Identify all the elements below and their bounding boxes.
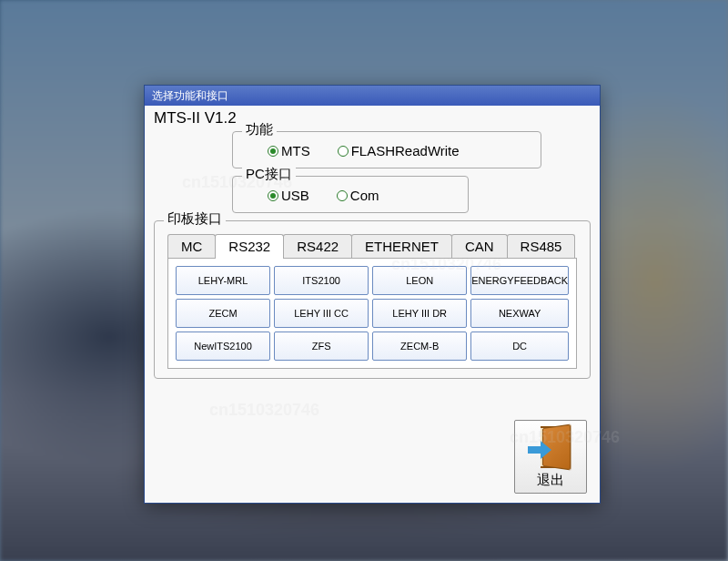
device-button[interactable]: ZFS: [274, 332, 369, 361]
pc-radio-row: USB Com: [246, 184, 455, 203]
exit-door-icon: [526, 426, 575, 470]
device-grid: LEHY-MRL ITS2100 LEON ENERGYFEEDBACK ZEC…: [176, 266, 569, 361]
tab-can[interactable]: CAN: [451, 234, 508, 258]
radio-com[interactable]: Com: [337, 188, 379, 203]
tab-rs485[interactable]: RS485: [507, 234, 576, 258]
radio-label: USB: [281, 188, 309, 203]
app-title: MTS-II V1.2: [154, 109, 591, 128]
function-group: 功能 MTS FLASHReadWrite: [232, 131, 541, 168]
window-content: MTS-II V1.2 功能 MTS FLASHReadWrite PC接口 U…: [145, 106, 600, 503]
device-button[interactable]: ZECM: [176, 299, 270, 328]
device-button[interactable]: NewITS2100: [176, 332, 270, 361]
radio-icon: [338, 146, 349, 157]
device-button[interactable]: NEXWAY: [470, 299, 569, 328]
device-button[interactable]: LEON: [372, 266, 467, 295]
device-button[interactable]: DC: [470, 332, 569, 361]
radio-label: MTS: [281, 143, 310, 158]
function-radio-row: MTS FLASHReadWrite: [246, 139, 528, 158]
tab-panel: LEHY-MRL ITS2100 LEON ENERGYFEEDBACK ZEC…: [167, 258, 577, 369]
device-button[interactable]: LEHY III DR: [372, 299, 467, 328]
tab-rs232[interactable]: RS232: [215, 234, 284, 259]
radio-usb[interactable]: USB: [268, 188, 309, 203]
tab-strip: MC RS232 RS422 ETHERNET CAN RS485: [167, 234, 577, 258]
radio-icon: [337, 190, 348, 201]
pc-legend: PC接口: [242, 166, 296, 183]
board-interface-group: 印板接口 MC RS232 RS422 ETHERNET CAN RS485 L…: [154, 220, 591, 379]
exit-label: 退出: [519, 472, 582, 489]
radio-icon: [268, 146, 278, 157]
exit-button[interactable]: 退出: [514, 420, 587, 494]
radio-icon: [268, 190, 278, 201]
device-button[interactable]: ZECM-B: [372, 332, 467, 361]
window-title: 选择功能和接口: [152, 89, 228, 102]
board-legend: 印板接口: [164, 210, 226, 228]
radio-label: Com: [350, 188, 379, 203]
tab-ethernet[interactable]: ETHERNET: [351, 234, 452, 258]
radio-flashreadwrite[interactable]: FLASHReadWrite: [338, 143, 460, 158]
device-button[interactable]: LEHY III CC: [274, 299, 369, 328]
radio-label: FLASHReadWrite: [351, 143, 460, 158]
device-button[interactable]: ITS2100: [274, 266, 369, 295]
dialog-window: 选择功能和接口 MTS-II V1.2 功能 MTS FLASHReadWrit…: [144, 85, 601, 504]
tab-rs422[interactable]: RS422: [283, 234, 352, 258]
device-button[interactable]: ENERGYFEEDBACK: [470, 266, 569, 295]
tab-mc[interactable]: MC: [167, 234, 216, 258]
radio-mts[interactable]: MTS: [268, 143, 310, 158]
pc-interface-group: PC接口 USB Com: [232, 176, 469, 213]
function-legend: 功能: [242, 121, 277, 138]
device-button[interactable]: LEHY-MRL: [176, 266, 270, 295]
window-titlebar[interactable]: 选择功能和接口: [145, 86, 600, 106]
